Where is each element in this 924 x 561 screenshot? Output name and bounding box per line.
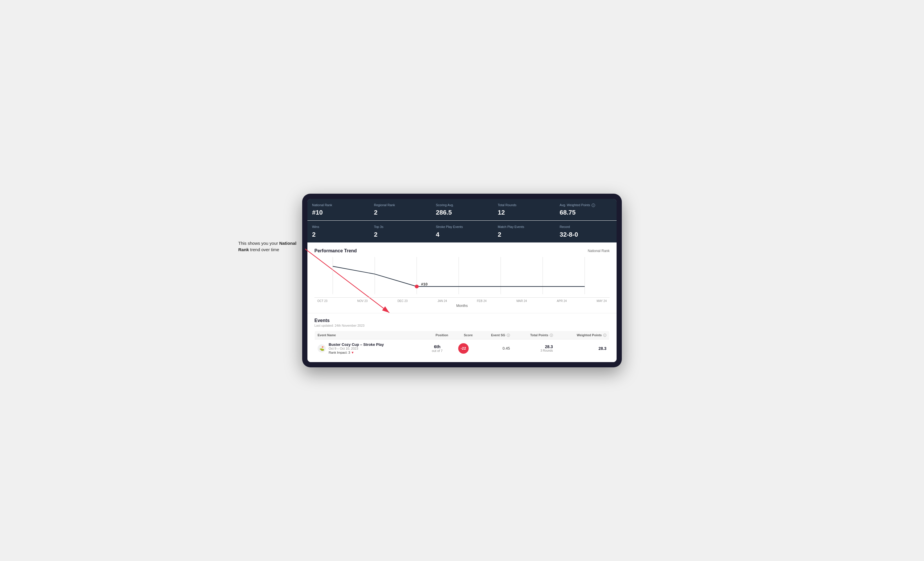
stat-wins-value: 2 bbox=[312, 231, 364, 238]
stat-record-value: 32-8-0 bbox=[560, 231, 612, 238]
rank-impact-value: ▼ bbox=[351, 351, 354, 354]
stat-regional-rank-label: Regional Rank bbox=[374, 203, 426, 207]
events-table: Event Name Position Score Event SG i Tot… bbox=[314, 331, 610, 358]
stat-national-rank-value: #10 bbox=[312, 209, 364, 216]
stat-match-play: Match Play Events 2 bbox=[493, 221, 555, 242]
events-section: Events Last updated: 24th November 2023 … bbox=[308, 313, 616, 362]
stat-regional-rank-value: 2 bbox=[374, 209, 426, 216]
avg-weighted-info-icon[interactable]: i bbox=[592, 203, 595, 207]
events-title: Events bbox=[314, 318, 610, 323]
tablet-device: National Rank #10 Regional Rank 2 Scorin… bbox=[302, 194, 622, 367]
th-event-sg: Event SG i bbox=[476, 331, 513, 340]
position-sub: out of 7 bbox=[426, 349, 448, 353]
table-row: ⛳ Buster Cozy Cup – Stroke Play Oct 9 – … bbox=[315, 340, 610, 358]
event-date: Oct 9 – Oct 10, 2023 bbox=[328, 347, 384, 350]
stats-row-1: National Rank #10 Regional Rank 2 Scorin… bbox=[308, 199, 616, 220]
stat-avg-weighted: Avg. Weighted Points i 68.75 bbox=[555, 199, 616, 220]
event-score-cell: -22 bbox=[451, 340, 476, 358]
stat-avg-weighted-value: 68.75 bbox=[560, 209, 612, 216]
event-title: Buster Cozy Cup – Stroke Play bbox=[328, 343, 384, 347]
chart-legend: National Rank bbox=[588, 249, 610, 253]
th-event-name: Event Name bbox=[315, 331, 423, 340]
stat-match-play-label: Match Play Events bbox=[498, 225, 550, 229]
chart-x-label-feb24: FEB 24 bbox=[477, 299, 486, 302]
chart-area: #10 bbox=[314, 257, 610, 298]
stat-wins: Wins 2 bbox=[308, 221, 369, 242]
chart-x-labels: OCT 23 NOV 23 DEC 23 JAN 24 FEB 24 MAR 2… bbox=[314, 299, 610, 302]
event-rank-impact: Rank Impact: 3 ▼ bbox=[328, 351, 384, 354]
th-score: Score bbox=[451, 331, 476, 340]
event-golf-icon: ⛳ bbox=[318, 344, 326, 353]
stat-national-rank: National Rank #10 bbox=[308, 199, 369, 220]
event-total-points-cell: 28.3 3 Rounds bbox=[513, 340, 556, 358]
stat-stroke-play-value: 4 bbox=[436, 231, 488, 238]
events-last-updated: Last updated: 24th November 2023 bbox=[314, 324, 610, 327]
total-points-info-icon[interactable]: i bbox=[550, 334, 553, 337]
stat-national-rank-label: National Rank bbox=[312, 203, 364, 207]
chart-header: Performance Trend National Rank bbox=[314, 248, 610, 253]
stat-total-rounds-label: Total Rounds bbox=[498, 203, 550, 207]
event-sg-cell: 0.45 bbox=[476, 340, 513, 358]
th-total-points: Total Points i bbox=[513, 331, 556, 340]
position-wrapper: 6th out of 7 bbox=[426, 344, 448, 353]
event-info: Buster Cozy Cup – Stroke Play Oct 9 – Oc… bbox=[328, 343, 384, 354]
stat-regional-rank: Regional Rank 2 bbox=[369, 199, 431, 220]
stat-top3s-label: Top 3s bbox=[374, 225, 426, 229]
stat-total-rounds: Total Rounds 12 bbox=[493, 199, 555, 220]
event-weighted-points-cell: 28.3 bbox=[556, 340, 610, 358]
stat-avg-weighted-label: Avg. Weighted Points i bbox=[560, 203, 612, 207]
stat-scoring-avg: Scoring Avg. 286.5 bbox=[431, 199, 493, 220]
annotation-text: This shows you your National Rank trend … bbox=[238, 240, 302, 253]
stat-total-rounds-value: 12 bbox=[498, 209, 550, 216]
chart-title: Performance Trend bbox=[314, 248, 357, 253]
th-position: Position bbox=[423, 331, 451, 340]
svg-point-9 bbox=[415, 284, 419, 288]
events-table-header-row: Event Name Position Score Event SG i Tot… bbox=[315, 331, 610, 340]
score-badge: -22 bbox=[458, 343, 469, 354]
chart-x-label-dec23: DEC 23 bbox=[398, 299, 408, 302]
chart-x-axis-title: Months bbox=[314, 304, 610, 308]
chart-x-label-nov23: NOV 23 bbox=[357, 299, 368, 302]
tablet-screen: National Rank #10 Regional Rank 2 Scorin… bbox=[308, 199, 616, 362]
total-points-sub: 3 Rounds bbox=[516, 349, 553, 352]
event-sg-info-icon[interactable]: i bbox=[507, 334, 510, 337]
event-position-cell: 6th out of 7 bbox=[423, 340, 451, 358]
chart-x-label-oct23: OCT 23 bbox=[317, 299, 327, 302]
stat-top3s-value: 2 bbox=[374, 231, 426, 238]
weighted-points-info-icon[interactable]: i bbox=[603, 334, 606, 337]
chart-section: Performance Trend National Rank bbox=[308, 242, 616, 313]
stat-record: Record 32-8-0 bbox=[555, 221, 616, 242]
chart-x-label-jan24: JAN 24 bbox=[438, 299, 447, 302]
stat-top3s: Top 3s 2 bbox=[369, 221, 431, 242]
th-weighted-points: Weighted Points i bbox=[556, 331, 610, 340]
stat-stroke-play-label: Stroke Play Events bbox=[436, 225, 488, 229]
chart-x-label-may24: MAY 24 bbox=[597, 299, 607, 302]
total-points-value: 28.3 bbox=[516, 344, 553, 349]
stat-record-label: Record bbox=[560, 225, 612, 229]
stat-stroke-play: Stroke Play Events 4 bbox=[431, 221, 493, 242]
stat-scoring-avg-label: Scoring Avg. bbox=[436, 203, 488, 207]
stat-scoring-avg-value: 286.5 bbox=[436, 209, 488, 216]
chart-x-label-mar24: MAR 24 bbox=[516, 299, 527, 302]
stat-match-play-value: 2 bbox=[498, 231, 550, 238]
chart-x-label-apr24: APR 24 bbox=[557, 299, 567, 302]
event-name-wrapper: ⛳ Buster Cozy Cup – Stroke Play Oct 9 – … bbox=[318, 343, 420, 354]
svg-text:#10: #10 bbox=[421, 282, 428, 286]
event-name-cell: ⛳ Buster Cozy Cup – Stroke Play Oct 9 – … bbox=[315, 340, 423, 358]
stats-row-2: Wins 2 Top 3s 2 Stroke Play Events 4 Mat… bbox=[308, 221, 616, 242]
outer-wrapper: This shows you your National Rank trend … bbox=[302, 194, 622, 367]
stat-wins-label: Wins bbox=[312, 225, 364, 229]
chart-svg: #10 bbox=[314, 257, 610, 297]
position-main: 6th bbox=[426, 344, 448, 349]
